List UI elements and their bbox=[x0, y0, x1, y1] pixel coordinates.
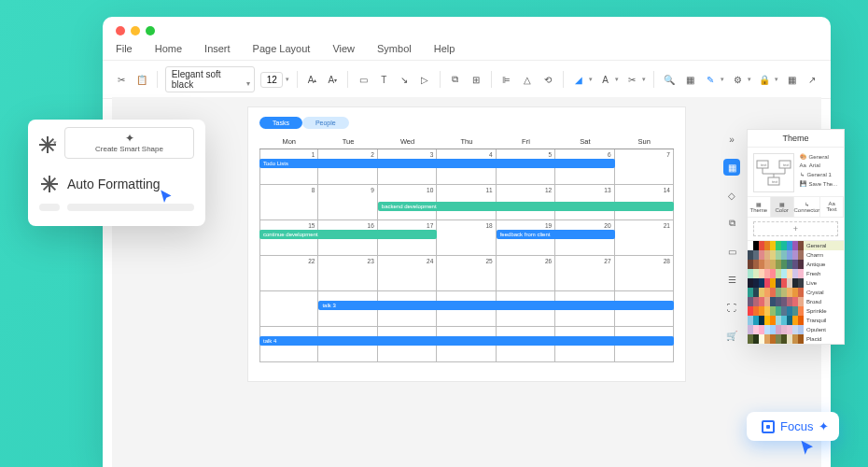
fill-icon[interactable]: ◢ bbox=[571, 71, 586, 88]
swatch-row[interactable]: Placid bbox=[748, 334, 844, 344]
swatch-row[interactable]: Tranquil bbox=[748, 316, 844, 325]
cal-cell[interactable] bbox=[259, 291, 318, 327]
cal-cell[interactable]: 9 bbox=[318, 185, 377, 220]
slider-knob[interactable] bbox=[39, 204, 60, 211]
tab-people[interactable]: People bbox=[302, 117, 349, 129]
swatch-row[interactable]: General bbox=[748, 241, 844, 250]
layers-icon[interactable]: ⧉ bbox=[448, 71, 463, 88]
focus-icon bbox=[762, 420, 775, 433]
menu-home[interactable]: Home bbox=[155, 43, 182, 54]
group-icon[interactable]: ⊞ bbox=[469, 71, 483, 88]
options-icon[interactable]: ⚙ bbox=[730, 71, 745, 88]
app-window: File Home Insert Page Layout View Symbol… bbox=[103, 17, 831, 467]
minimize-dot[interactable] bbox=[131, 26, 140, 35]
cal-cell[interactable]: 18 bbox=[437, 220, 496, 256]
grid-icon[interactable]: ▦ bbox=[784, 71, 799, 88]
cut-icon[interactable]: ✂ bbox=[114, 71, 129, 88]
swatch-row[interactable]: Broad bbox=[748, 297, 844, 306]
rail-grid-icon[interactable]: ▦ bbox=[723, 159, 740, 176]
cal-cell[interactable]: 21 bbox=[615, 220, 674, 256]
focus-label: Focus bbox=[780, 419, 813, 433]
cal-cell[interactable]: 23 bbox=[318, 256, 377, 291]
svg-text:text: text bbox=[772, 179, 778, 184]
rail-fit-icon[interactable]: ⛶ bbox=[723, 299, 740, 316]
swatch-label: Fresh bbox=[804, 271, 820, 276]
save-icon: 💾 bbox=[800, 180, 806, 187]
rail-layers-icon[interactable]: ⧉ bbox=[723, 215, 740, 232]
menu-page-layout[interactable]: Page Layout bbox=[253, 43, 311, 54]
cal-cell[interactable]: 8 bbox=[259, 185, 318, 220]
event-bar[interactable]: Todo Lists bbox=[259, 159, 615, 168]
menu-file[interactable]: File bbox=[116, 43, 133, 54]
cal-cell[interactable]: 22 bbox=[259, 256, 318, 291]
cal-cell[interactable]: 25 bbox=[437, 256, 496, 291]
table-icon[interactable]: ▦ bbox=[682, 71, 697, 88]
cal-head: Wed bbox=[378, 134, 437, 149]
cursor-icon bbox=[159, 189, 175, 205]
swatch-row[interactable]: Sprinkle bbox=[748, 306, 844, 316]
close-dot[interactable] bbox=[116, 26, 125, 35]
canvas[interactable]: Tasks People MonTueWedThuFriSatSun123456… bbox=[112, 97, 821, 467]
menu-help[interactable]: Help bbox=[434, 43, 455, 54]
swatch-label: Charm bbox=[804, 252, 823, 258]
rail-cart-icon[interactable]: 🛒 bbox=[723, 327, 740, 344]
rail-page-icon[interactable]: ▭ bbox=[723, 243, 740, 260]
swatch-row[interactable]: Fresh bbox=[748, 269, 844, 278]
export-icon[interactable]: ↗ bbox=[805, 71, 819, 88]
tab-tasks[interactable]: Tasks bbox=[259, 117, 302, 129]
connector-icon[interactable]: ↘ bbox=[397, 71, 412, 88]
clipboard-icon[interactable]: 📋 bbox=[134, 71, 149, 88]
swatch-row[interactable]: Charm bbox=[748, 250, 844, 260]
menu-view[interactable]: View bbox=[332, 43, 355, 54]
theme-preview-box[interactable]: texttexttext bbox=[753, 153, 794, 192]
cal-cell[interactable]: 7 bbox=[615, 149, 674, 185]
pen-icon[interactable]: ✎ bbox=[703, 71, 718, 88]
swatch-row[interactable]: Antique bbox=[748, 260, 844, 269]
swatch-row[interactable]: Opulent bbox=[748, 325, 844, 334]
event-bar[interactable]: continue development bbox=[259, 230, 437, 239]
distribute-icon[interactable]: △ bbox=[520, 71, 535, 88]
theme-tab-connector[interactable]: ↳Connector bbox=[794, 197, 821, 217]
event-bar[interactable]: talk 4 bbox=[259, 336, 674, 346]
menu-insert[interactable]: Insert bbox=[204, 43, 231, 54]
cal-head: Thu bbox=[437, 134, 496, 149]
swatch-row[interactable]: Live bbox=[748, 278, 844, 288]
theme-panel: Theme texttexttext 🎨General AaArial ↳Gen… bbox=[747, 129, 845, 345]
rectangle-icon[interactable]: ▭ bbox=[356, 71, 371, 88]
window-controls bbox=[116, 26, 155, 35]
theme-tab-text[interactable]: AaText bbox=[820, 197, 844, 217]
decrease-size-icon[interactable]: A▾ bbox=[325, 71, 340, 88]
cal-cell[interactable]: 26 bbox=[497, 256, 555, 291]
font-size[interactable]: 12 bbox=[260, 72, 283, 88]
add-theme-button[interactable]: + bbox=[753, 221, 838, 236]
cal-cell[interactable]: 24 bbox=[378, 256, 437, 291]
menu-symbol[interactable]: Symbol bbox=[377, 43, 412, 54]
event-bar[interactable]: feedback from client bbox=[497, 230, 615, 239]
event-bar[interactable]: talk 3 bbox=[318, 301, 674, 310]
increase-size-icon[interactable]: A▴ bbox=[305, 71, 320, 88]
search-icon[interactable]: 🔍 bbox=[662, 71, 677, 88]
rail-outline-icon[interactable]: ☰ bbox=[723, 271, 740, 288]
event-bar[interactable]: backend development bbox=[378, 202, 674, 211]
align-icon[interactable]: ⊫ bbox=[499, 71, 514, 88]
rail-shape-icon[interactable]: ◇ bbox=[723, 187, 740, 204]
rotate-icon[interactable]: ⟲ bbox=[540, 71, 555, 88]
swatch-row[interactable]: Crystal bbox=[748, 288, 844, 297]
font-color-icon[interactable]: A bbox=[598, 71, 613, 88]
cal-head: Tue bbox=[318, 134, 377, 149]
rail-collapse-icon[interactable]: » bbox=[723, 131, 740, 148]
burst-icon[interactable] bbox=[39, 136, 52, 149]
font-select[interactable]: Elegant soft black bbox=[165, 66, 255, 92]
cal-cell[interactable]: 28 bbox=[615, 256, 674, 291]
create-smart-shape-button[interactable]: ✦ Create Smart Shape bbox=[64, 127, 194, 159]
smart-shape-label: Create Smart Shape bbox=[95, 145, 163, 153]
theme-tab-theme[interactable]: ▦Theme bbox=[748, 197, 771, 217]
crop-icon[interactable]: ✂ bbox=[624, 71, 639, 88]
pointer-icon[interactable]: ▷ bbox=[417, 71, 432, 88]
maximize-dot[interactable] bbox=[146, 26, 155, 35]
focus-button[interactable]: Focus ✦ bbox=[747, 412, 839, 441]
theme-tab-color[interactable]: ▦Color bbox=[771, 197, 794, 217]
text-icon[interactable]: T bbox=[376, 71, 391, 88]
cal-cell[interactable]: 27 bbox=[555, 256, 614, 291]
lock-icon[interactable]: 🔒 bbox=[757, 71, 772, 88]
